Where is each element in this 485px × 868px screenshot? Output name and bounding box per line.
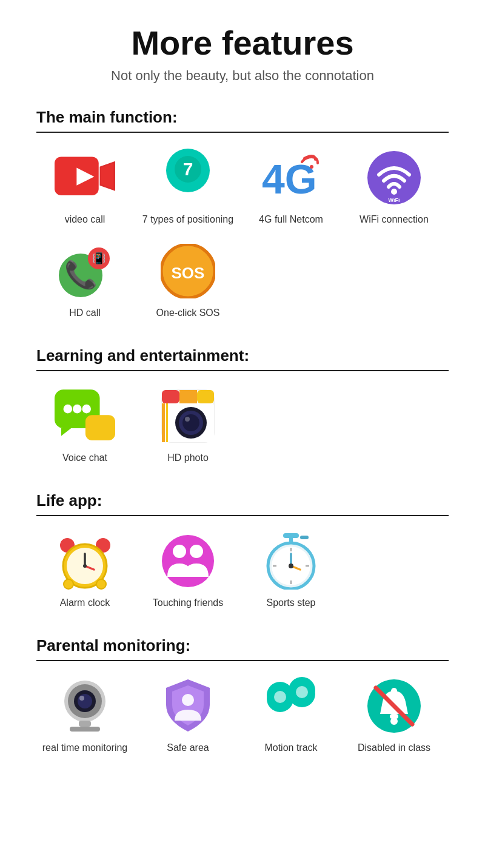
wifi-label: WiFi connection [360,214,429,225]
hd-photo-icon-container [158,386,218,446]
4g-icon: 4G [261,153,321,202]
video-call-icon [55,155,115,200]
touching-friends-icon-container [158,531,218,591]
svg-point-47 [190,545,203,558]
section-header-main-function: The main function: [36,108,449,133]
svg-point-46 [173,545,186,558]
svg-point-21 [64,405,73,414]
svg-point-69 [274,691,286,703]
video-call-label: video call [65,214,105,225]
life-app-grid: Alarm clock Touching friends [36,531,449,618]
feature-positioning: 7 7 types of positioning [139,147,236,225]
feature-alarm-clock: Alarm clock [36,531,133,608]
svg-rect-66 [70,727,100,732]
svg-text:4G: 4G [262,156,317,202]
feature-touching-friends: Touching friends [139,531,236,608]
real-time-monitoring-label: real time monitoring [42,742,128,753]
sports-step-label: Sports step [267,597,316,608]
motion-track-label: Motion track [264,742,317,753]
svg-point-9 [310,165,313,169]
svg-text:📳: 📳 [92,252,106,265]
section-parental-monitoring: Parental monitoring: real time monitorin… [0,624,485,769]
svg-point-23 [82,405,91,414]
hd-photo-icon [161,389,215,443]
section-header-parental: Parental monitoring: [36,636,449,661]
svg-point-63 [78,694,92,708]
page-title: More features [12,24,473,62]
section-header-learning: Learning and entertainment: [36,346,449,371]
svg-marker-4 [101,163,113,189]
svg-rect-28 [197,390,214,403]
svg-rect-65 [79,721,91,727]
feature-hd-photo: HD photo [139,386,236,463]
wifi-icon-container: WiFi [364,147,424,208]
section-life-app: Life app: [0,479,485,624]
svg-rect-27 [179,390,197,403]
svg-point-59 [289,564,293,568]
4g-label: 4G full Netcom [259,214,323,225]
feature-real-time-monitoring: real time monitoring [36,676,133,753]
page-subtitle: Not only the beauty, but also the connot… [12,68,473,84]
feature-voice-chat: Voice chat [36,386,133,463]
feature-4g: 4G 4G full Netcom [242,147,340,225]
voice-chat-icon-container [55,386,115,446]
page-header: More features Not only the beauty, but a… [0,0,485,96]
webcam-icon-container [55,676,115,736]
sos-label: One-click SOS [156,308,220,318]
section-learning: Learning and entertainment: Voice chat [0,334,485,479]
svg-marker-20 [61,428,71,436]
positioning-icon: 7 [164,147,212,208]
feature-video-call: video call [36,147,133,225]
positioning-label: 7 types of positioning [142,214,233,225]
4g-icon-container: 4G [261,147,321,208]
main-function-grid: video call 7 7 types of positioning 4G [36,147,449,328]
feature-disabled-in-class: Disabled in class [346,676,443,753]
hd-photo-label: HD photo [167,453,209,463]
svg-point-74 [390,718,398,725]
alarm-clock-icon-container [55,531,115,591]
touching-friends-icon [161,534,215,588]
hd-call-icon-container: 📞 📳 [55,241,115,301]
feature-safe-area: Safe area [139,676,236,753]
disabled-icon [367,679,421,733]
svg-rect-50 [300,536,309,539]
svg-point-64 [79,696,84,701]
svg-rect-24 [85,415,115,440]
section-main-function: The main function: video call [0,96,485,334]
svg-point-43 [64,579,73,589]
safe-area-icon-container [158,676,218,736]
svg-text:7: 7 [183,159,193,179]
wifi-icon: WiFi [367,150,421,205]
disabled-in-class-label: Disabled in class [358,742,430,753]
learning-grid: Voice chat [36,386,449,473]
svg-text:WiFi: WiFi [389,197,400,203]
motion-track-icon-container [261,676,321,736]
feature-sports-step: Sports step [242,531,340,608]
svg-point-35 [185,417,190,422]
svg-point-71 [296,686,308,698]
feature-hd-call: 📞 📳 HD call [36,241,133,318]
video-call-icon-container [55,147,115,208]
hd-call-label: HD call [69,308,101,318]
svg-point-34 [182,414,199,431]
webcam-icon [55,677,115,735]
svg-rect-30 [162,403,165,442]
alarm-clock-icon [56,532,114,590]
svg-point-22 [73,405,82,414]
svg-point-75 [391,688,397,694]
alarm-clock-label: Alarm clock [60,597,110,608]
touching-friends-label: Touching friends [153,597,224,608]
safe-area-icon [162,677,214,735]
svg-rect-26 [162,390,179,403]
voice-chat-icon [55,387,115,445]
sos-icon-container: SOS [158,241,218,301]
svg-point-67 [182,694,194,706]
motion-track-icon [261,677,321,735]
svg-rect-49 [289,536,293,542]
svg-text:SOS: SOS [172,264,205,282]
voice-chat-label: Voice chat [62,453,107,463]
sports-step-icon [264,532,318,590]
sos-icon: SOS [161,244,215,298]
feature-wifi: WiFi WiFi connection [346,147,443,225]
svg-point-11 [391,189,397,195]
